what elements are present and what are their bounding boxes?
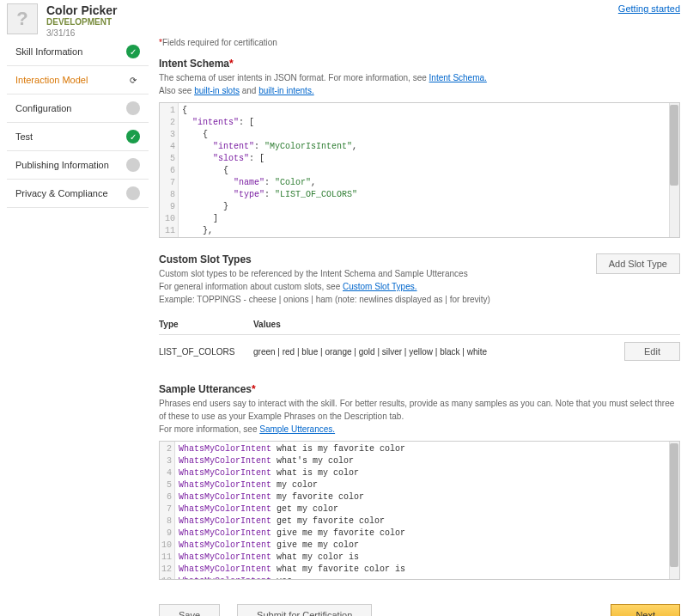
app-thumbnail: ? [7,3,38,34]
th-type: Type [159,320,253,329]
circle-icon [126,101,140,115]
intent-schema-section: Intent Schema* The schema of user intent… [159,58,680,238]
form-footer: Save Submit for Certification Next [159,595,680,616]
sample-utterances-editor[interactable]: 234567891011121314151617 WhatsMyColorInt… [159,441,680,580]
custom-slots-desc: Custom slot types to be referenced by th… [159,267,490,306]
intent-schema-editor[interactable]: 12345678910111213141516 { "intents": [ {… [159,102,680,238]
app-date: 3/31/16 [46,28,618,38]
page-header: ? Color Picker DEVELOPMENT 3/31/16 Getti… [0,0,687,38]
circle-icon [126,158,140,172]
submit-certification-button[interactable]: Submit for Certification [237,604,372,616]
builtin-intents-link[interactable]: built-in intents. [258,86,313,95]
sidebar-item-label: Skill Information [15,46,82,57]
add-slot-type-button[interactable]: Add Slot Type [596,253,680,274]
custom-slot-types-link[interactable]: Custom Slot Types. [343,282,417,291]
slot-types-table: Type Values LIST_OF_COLORS green | red |… [159,314,680,368]
sidebar-item-test[interactable]: Test✓ [7,123,149,151]
sidebar-item-skill-information[interactable]: Skill Information✓ [7,38,149,66]
sidebar-item-privacy-compliance[interactable]: Privacy & Compliance [7,180,149,208]
sidebar-item-publishing-information[interactable]: Publishing Information [7,151,149,180]
sidebar-nav: Skill Information✓Interaction Model⟳Conf… [7,38,149,616]
dev-badge: DEVELOPMENT [46,17,618,27]
sidebar-item-label: Interaction Model [15,75,88,85]
scrollbar[interactable] [669,442,679,579]
next-button[interactable]: Next [611,604,680,616]
builtin-slots-link[interactable]: built-in slots [194,86,240,95]
app-title: Color Picker [46,3,618,17]
intent-schema-link[interactable]: Intent Schema. [429,73,487,82]
sample-utterances-title: Sample Utterances* [159,383,680,395]
intent-schema-desc: The schema of user intents in JSON forma… [159,71,680,97]
table-row: LIST_OF_COLORS green | red | blue | oran… [159,335,680,368]
main-content: *Fields required for certification Inten… [149,38,680,616]
scrollbar[interactable] [669,103,679,237]
check-icon: ✓ [126,45,140,58]
sidebar-item-configuration[interactable]: Configuration [7,95,149,123]
sidebar-item-label: Configuration [15,103,71,113]
sidebar-item-label: Publishing Information [15,160,109,170]
intent-schema-title: Intent Schema* [159,58,680,70]
th-values: Values [253,320,611,329]
custom-slots-section: Custom Slot Types Custom slot types to b… [159,253,680,368]
slot-type-name: LIST_OF_COLORS [159,347,253,357]
edit-slot-button[interactable]: Edit [624,342,680,361]
slot-type-values: green | red | blue | orange | gold | sil… [253,347,611,357]
header-info: Color Picker DEVELOPMENT 3/31/16 [46,3,618,38]
sample-utterances-link[interactable]: Sample Utterances. [259,424,335,434]
check-icon: ✓ [126,130,140,143]
sample-utterances-section: Sample Utterances* Phrases end users say… [159,383,680,580]
getting-started-link[interactable]: Getting started [618,3,680,38]
circle-icon [126,186,140,200]
sidebar-item-interaction-model[interactable]: Interaction Model⟳ [7,66,149,95]
sidebar-item-label: Privacy & Compliance [15,188,108,198]
required-fields-note: *Fields required for certification [159,38,680,47]
sidebar-item-label: Test [15,131,33,142]
loading-icon: ⟳ [126,73,140,87]
sample-utterances-desc: Phrases end users say to interact with t… [159,397,680,436]
save-button[interactable]: Save [159,604,220,616]
custom-slots-title: Custom Slot Types [159,253,490,265]
